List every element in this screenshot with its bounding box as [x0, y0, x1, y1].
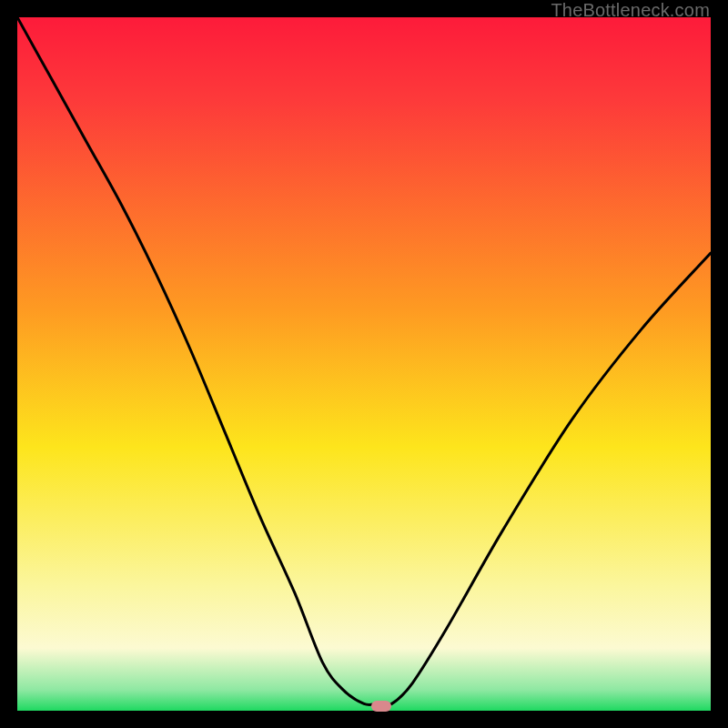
chart-frame: TheBottleneck.com	[0, 0, 728, 728]
bottleneck-curve	[17, 17, 711, 711]
watermark-text: TheBottleneck.com	[551, 0, 710, 21]
optimal-marker	[371, 701, 391, 712]
plot-area	[17, 17, 711, 711]
